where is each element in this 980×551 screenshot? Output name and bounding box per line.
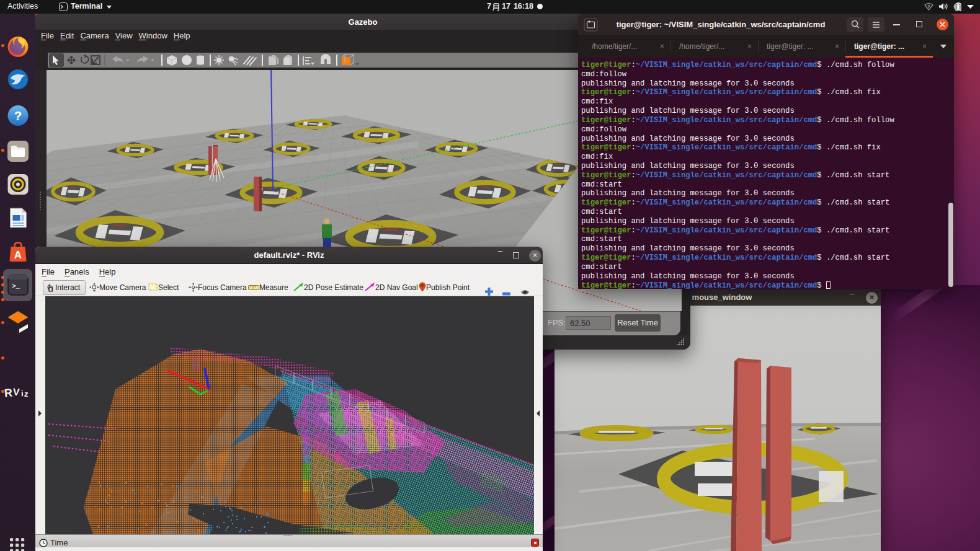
svg-text:>_: >_ (12, 283, 20, 290)
svg-text:V: V (12, 387, 20, 398)
svg-text:?: ? (14, 108, 22, 123)
svg-text:z: z (24, 389, 29, 399)
svg-text:?: ? (927, 4, 930, 9)
svg-text:i: i (20, 389, 23, 398)
svg-text:A: A (14, 249, 21, 261)
svg-text:R: R (4, 387, 13, 400)
